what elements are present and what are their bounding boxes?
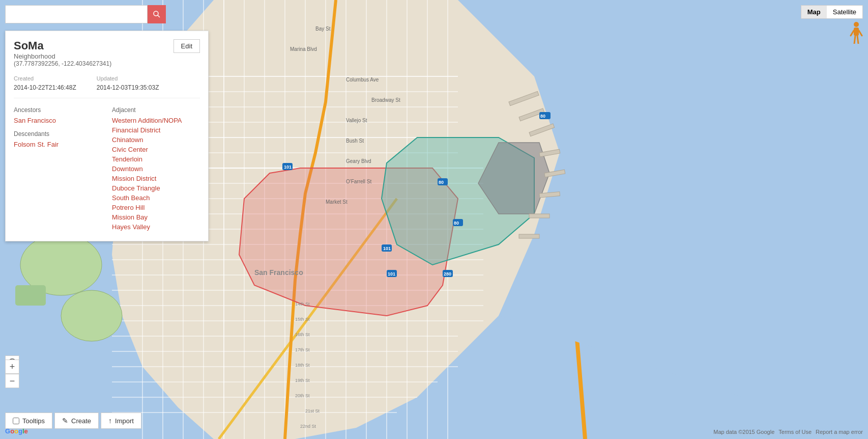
- svg-text:14th St: 14th St: [295, 301, 310, 307]
- svg-text:Vallejo St: Vallejo St: [346, 118, 367, 123]
- search-icon: [152, 10, 161, 19]
- adjacent-western-addition[interactable]: Western Addition/NOPA: [112, 117, 200, 124]
- tooltips-button[interactable]: Tooltips: [5, 413, 52, 429]
- descendants-label: Descendants: [14, 130, 102, 138]
- map-type-toggle: Map Satellite: [801, 5, 863, 19]
- svg-line-95: [851, 31, 854, 36]
- svg-rect-57: [519, 234, 539, 238]
- svg-text:Marina Blvd: Marina Blvd: [290, 46, 317, 52]
- google-logo-o1: o: [10, 427, 14, 435]
- adjacent-financial-district[interactable]: Financial District: [112, 126, 200, 134]
- svg-line-96: [859, 31, 862, 36]
- svg-text:101: 101: [388, 271, 395, 277]
- info-panel: SoMa Neighborhood (37.7787392256, -122.4…: [5, 31, 209, 241]
- svg-rect-48: [15, 285, 46, 306]
- adjacent-tenderloin[interactable]: Tenderloin: [112, 155, 200, 163]
- report-map-error-link[interactable]: Report a map error: [816, 429, 863, 435]
- adjacent-column: Adjacent Western Addition/NOPA Financial…: [112, 106, 200, 233]
- svg-text:15th St: 15th St: [295, 317, 310, 322]
- descendant-folsom-st-fair[interactable]: Folsom St. Fair: [14, 141, 102, 148]
- adjacent-chinatown[interactable]: Chinatown: [112, 136, 200, 144]
- svg-text:101: 101: [284, 164, 292, 170]
- svg-text:19th St: 19th St: [295, 378, 310, 383]
- svg-point-93: [854, 22, 859, 27]
- adjacent-hayes-valley[interactable]: Hayes Valley: [112, 223, 200, 231]
- ancestor-san-francisco[interactable]: San Francisco: [14, 117, 102, 124]
- svg-line-92: [158, 15, 160, 18]
- edit-button[interactable]: Edit: [173, 39, 200, 53]
- map-attribution: Map data ©2015 Google Terms of Use Repor…: [713, 429, 863, 435]
- ancestors-column: Ancestors San Francisco Descendants Fols…: [14, 106, 102, 233]
- svg-text:Columbus Ave: Columbus Ave: [346, 77, 379, 83]
- google-logo-g2: g: [18, 427, 22, 435]
- svg-text:16th St: 16th St: [295, 332, 310, 337]
- created-date-group: Created 2014-10-22T21:46:48Z: [14, 75, 76, 92]
- svg-text:80: 80: [540, 114, 545, 119]
- ancestors-label: Ancestors: [14, 106, 102, 114]
- map-view-button[interactable]: Map: [801, 6, 827, 18]
- neighborhood-type: Neighborhood: [14, 52, 111, 60]
- svg-rect-56: [529, 214, 549, 218]
- import-icon: ↑: [108, 417, 112, 425]
- map-copyright: Map data ©2015 Google: [713, 429, 774, 435]
- pegman-icon[interactable]: [850, 21, 863, 44]
- adjacent-duboce-triangle[interactable]: Duboce Triangle: [112, 184, 200, 192]
- search-input[interactable]: [5, 5, 148, 23]
- svg-rect-94: [854, 28, 859, 36]
- svg-text:17th St: 17th St: [295, 347, 310, 352]
- adjacent-potrero-hill[interactable]: Potrero Hill: [112, 204, 200, 211]
- tooltips-checkbox[interactable]: [13, 418, 19, 424]
- svg-text:101: 101: [383, 246, 391, 251]
- zoom-in-button[interactable]: +: [5, 360, 19, 374]
- google-logo-g: G: [5, 427, 10, 435]
- create-label: Create: [71, 417, 91, 425]
- neighborhood-title: SoMa: [14, 39, 111, 52]
- svg-text:20th St: 20th St: [295, 393, 310, 398]
- svg-line-98: [857, 36, 858, 44]
- zoom-out-button[interactable]: −: [5, 374, 19, 388]
- updated-value: 2014-12-03T19:35:03Z: [97, 84, 159, 91]
- adjacent-civic-center[interactable]: Civic Center: [112, 146, 200, 153]
- svg-text:18th St: 18th St: [295, 363, 310, 368]
- svg-text:22nd St: 22nd St: [300, 424, 316, 429]
- updated-label: Updated: [97, 75, 159, 81]
- svg-text:Geary Blvd: Geary Blvd: [346, 158, 371, 164]
- zoom-controls: + −: [5, 360, 19, 388]
- updated-date-group: Updated 2014-12-03T19:35:03Z: [97, 75, 159, 92]
- google-logo: Google: [5, 427, 28, 435]
- satellite-view-button[interactable]: Satellite: [827, 6, 862, 18]
- svg-line-97: [854, 36, 855, 44]
- svg-text:80: 80: [454, 221, 459, 226]
- import-label: Import: [115, 417, 134, 425]
- search-bar: [5, 5, 166, 23]
- create-button[interactable]: ✎ Create: [54, 413, 99, 429]
- bottom-toolbar: Tooltips ✎ Create ↑ Import: [5, 413, 141, 429]
- search-button[interactable]: [148, 5, 166, 23]
- adjacent-label: Adjacent: [112, 106, 200, 114]
- svg-text:Bush St: Bush St: [346, 138, 364, 144]
- svg-text:San Francisco: San Francisco: [254, 268, 303, 277]
- import-button[interactable]: ↑ Import: [101, 413, 141, 429]
- svg-text:80: 80: [439, 180, 444, 185]
- terms-of-use-link[interactable]: Terms of Use: [778, 429, 812, 435]
- create-icon: ✎: [62, 417, 68, 425]
- google-logo-o2: o: [14, 427, 18, 435]
- created-label: Created: [14, 75, 76, 81]
- adjacent-south-beach[interactable]: South Beach: [112, 194, 200, 202]
- tooltips-label: Tooltips: [22, 417, 45, 425]
- svg-text:280: 280: [444, 271, 451, 277]
- svg-text:Market St: Market St: [326, 199, 348, 205]
- svg-text:21st St: 21st St: [305, 408, 320, 414]
- svg-text:Bay St: Bay St: [315, 26, 331, 32]
- adjacent-mission-bay[interactable]: Mission Bay: [112, 213, 200, 221]
- neighborhood-coords: (37.7787392256, -122.4034627341): [14, 60, 111, 67]
- svg-text:O'Farrell St: O'Farrell St: [346, 179, 371, 184]
- svg-point-47: [61, 290, 122, 341]
- adjacent-downtown[interactable]: Downtown: [112, 165, 200, 173]
- svg-text:Broadway St: Broadway St: [371, 97, 400, 103]
- adjacent-mission-district[interactable]: Mission District: [112, 175, 200, 182]
- created-value: 2014-10-22T21:46:48Z: [14, 84, 76, 91]
- google-logo-e: e: [24, 427, 28, 435]
